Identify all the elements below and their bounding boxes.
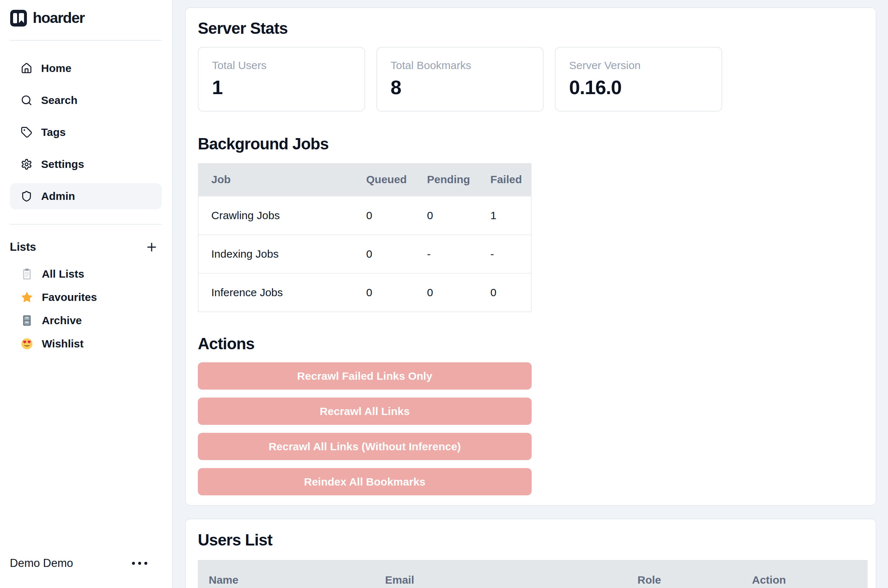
home-icon	[21, 63, 32, 74]
stat-card-server-version: Server Version 0.16.0	[555, 47, 722, 112]
stat-label: Total Users	[212, 59, 364, 72]
stat-value: 1	[212, 76, 364, 99]
background-jobs-table: Job Queued Pending Failed Crawling Jobs …	[198, 163, 532, 312]
app-logo[interactable]: hoarder	[10, 9, 84, 27]
sidebar-item-settings[interactable]: Settings	[10, 151, 162, 177]
gear-icon	[21, 159, 32, 170]
lists-header: Lists	[10, 236, 162, 258]
list-item-label: Favourites	[42, 291, 97, 303]
shield-icon	[21, 190, 32, 202]
server-stats-cards: Total Users 1 Total Bookmarks 8 Server V…	[198, 47, 722, 112]
table-header-row: Job Queued Pending Failed	[198, 163, 531, 196]
star-emoji-icon	[21, 291, 33, 303]
sidebar-item-tags[interactable]: Tags	[10, 119, 162, 146]
column-header-role: Role	[627, 574, 741, 586]
add-list-button[interactable]	[144, 240, 159, 254]
plus-icon	[145, 241, 158, 254]
sidebar-nav: Home Search Tags Settings Admin	[10, 55, 162, 215]
cell-failed: 1	[478, 209, 531, 222]
stat-value: 8	[391, 76, 543, 99]
sidebar-item-label: Tags	[41, 126, 66, 138]
stat-card-total-bookmarks: Total Bookmarks 8	[376, 47, 544, 112]
table-row: Crawling Jobs 0 0 1	[198, 196, 531, 234]
cell-job: Crawling Jobs	[198, 209, 353, 222]
sidebar-item-label: Admin	[41, 190, 75, 202]
stat-card-total-users: Total Users 1	[198, 47, 365, 112]
stat-label: Server Version	[569, 59, 721, 72]
heart-eyes-emoji-icon	[21, 338, 33, 350]
recrawl-all-links-button[interactable]: Recrawl All Links	[198, 398, 532, 425]
cell-pending: 0	[414, 286, 478, 299]
recrawl-failed-links-button[interactable]: Recrawl Failed Links Only	[198, 362, 532, 390]
column-header-job: Job	[198, 173, 353, 186]
recrawl-all-links-without-inference-button[interactable]: Recrawl All Links (Without Inference)	[198, 433, 532, 460]
sidebar-item-all-lists[interactable]: All Lists	[10, 262, 162, 286]
sidebar-item-admin[interactable]: Admin	[10, 183, 162, 209]
users-table: Name Email Role Action	[198, 560, 868, 588]
stat-value: 0.16.0	[569, 76, 721, 99]
sidebar-item-archive[interactable]: Archive	[10, 309, 162, 332]
cell-failed: -	[478, 248, 531, 260]
lists-nav: All Lists Favourites Archive Wishlist	[10, 262, 162, 356]
sidebar-item-label: Search	[41, 94, 77, 106]
divider	[10, 224, 162, 225]
cell-queued: 0	[353, 248, 414, 260]
users-list-title: Users List	[198, 531, 272, 550]
cell-queued: 0	[353, 286, 414, 299]
sidebar-item-favourites[interactable]: Favourites	[10, 286, 162, 309]
clipboard-emoji-icon	[21, 268, 33, 280]
actions-buttons: Recrawl Failed Links Only Recrawl All Li…	[198, 362, 532, 495]
list-item-label: All Lists	[42, 268, 84, 280]
sidebar-item-search[interactable]: Search	[10, 87, 162, 113]
sidebar-item-wishlist[interactable]: Wishlist	[10, 332, 162, 356]
sidebar-item-home[interactable]: Home	[10, 55, 162, 81]
admin-panel-card: Server Stats Total Users 1 Total Bookmar…	[185, 7, 876, 506]
column-header-name: Name	[198, 574, 374, 586]
table-row: Inference Jobs 0 0 0	[198, 273, 531, 312]
column-header-queued: Queued	[353, 173, 414, 186]
actions-title: Actions	[198, 334, 255, 354]
stat-label: Total Bookmarks	[391, 59, 543, 72]
search-icon	[21, 94, 32, 106]
hoarder-logo-icon	[10, 10, 27, 27]
cell-job: Indexing Jobs	[198, 248, 353, 260]
background-jobs-title: Background Jobs	[198, 135, 329, 154]
divider	[10, 40, 162, 41]
column-header-email: Email	[374, 574, 627, 586]
column-header-failed: Failed	[478, 173, 531, 186]
lists-title: Lists	[10, 241, 36, 254]
cell-failed: 0	[478, 286, 531, 299]
cell-queued: 0	[353, 209, 414, 222]
users-list-card: Users List Name Email Role Action	[185, 519, 876, 588]
file-cabinet-emoji-icon	[21, 314, 33, 327]
list-item-label: Wishlist	[42, 338, 84, 350]
tag-icon	[21, 126, 32, 138]
sidebar-item-label: Settings	[41, 158, 84, 171]
column-header-pending: Pending	[414, 173, 478, 186]
app-title: hoarder	[33, 9, 84, 27]
cell-pending: 0	[414, 209, 478, 222]
table-header-row: Name Email Role Action	[198, 560, 868, 588]
table-row: Indexing Jobs 0 - -	[198, 234, 531, 273]
column-header-action: Action	[741, 574, 868, 586]
server-stats-title: Server Stats	[198, 19, 288, 38]
cell-pending: -	[414, 248, 478, 260]
sidebar-item-label: Home	[41, 62, 71, 75]
sidebar: hoarder Home Search Tags Settings	[0, 0, 173, 588]
list-item-label: Archive	[42, 314, 82, 327]
reindex-all-bookmarks-button[interactable]: Reindex All Bookmarks	[198, 468, 532, 495]
user-menu-row: Demo Demo	[10, 550, 162, 576]
user-name: Demo Demo	[10, 557, 73, 570]
cell-job: Inference Jobs	[198, 286, 353, 299]
ellipsis-icon[interactable]	[132, 562, 147, 565]
